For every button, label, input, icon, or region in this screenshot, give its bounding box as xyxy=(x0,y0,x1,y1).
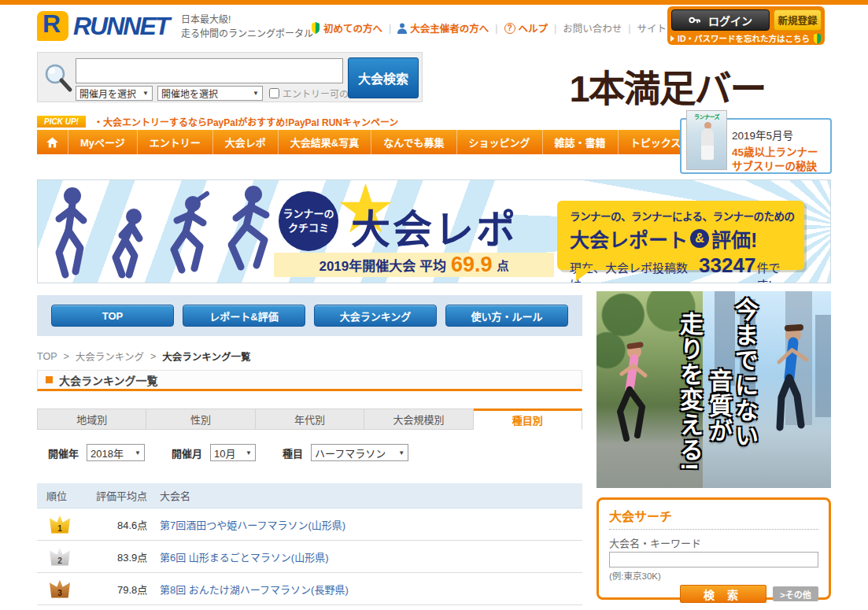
entry-only-checkbox-row: エントリー可のみ xyxy=(269,87,358,100)
entry-only-label: エントリー可のみ xyxy=(283,87,358,100)
widget-other-button[interactable]: >その他 xyxy=(773,586,818,601)
tab-top[interactable]: TOP xyxy=(51,305,174,327)
breadcrumb-current: 大会ランキング一覧 xyxy=(162,349,250,364)
keyword-input[interactable] xyxy=(609,552,818,567)
silver-crown-icon: 2 xyxy=(50,548,70,566)
chevron-down-icon: ▼ xyxy=(253,90,259,97)
score-value: 83.9点 xyxy=(87,549,160,564)
nav-recruit[interactable]: なんでも募集 xyxy=(371,130,456,154)
month-select[interactable]: 開催月を選択▼ xyxy=(76,86,153,101)
entry-only-checkbox[interactable] xyxy=(269,88,279,98)
forgot-password-link[interactable]: ID・パスワードを忘れた方はこちら xyxy=(667,32,825,44)
race-search-input[interactable] xyxy=(76,58,343,83)
signup-button[interactable]: 新規登録 xyxy=(774,9,822,31)
pickup-badge: PICK UP! xyxy=(37,116,86,128)
tab-by-region[interactable]: 地域別 xyxy=(37,409,146,430)
chevron-down-icon: ▼ xyxy=(142,90,149,97)
tab-by-age[interactable]: 年代別 xyxy=(256,409,364,430)
nav-shopping[interactable]: ショッピング xyxy=(457,130,543,154)
taikai-search-widget: 大会サーチ 大会名・キーワード (例:東京30K) 検 索 >その他 xyxy=(597,497,831,600)
person-icon xyxy=(397,23,407,34)
col-rank: 順位 xyxy=(37,488,87,503)
tab-race-ranking[interactable]: 大会ランキング xyxy=(314,305,437,327)
event-select[interactable]: ハーフマラソン▼ xyxy=(311,444,408,461)
nav-magazines[interactable]: 雑誌・書籍 xyxy=(543,130,619,154)
taikai-repo-hero-banner[interactable]: ランナーの クチコミ ★ 大会レポ 2019年開催大会 平均 69.9 点 ラン… xyxy=(37,179,831,283)
breadcrumb-separator: > xyxy=(150,351,156,362)
keyword-label: 大会名・キーワード xyxy=(609,535,818,550)
breadcrumb-top[interactable]: TOP xyxy=(37,351,57,362)
magazine-promo[interactable]: ランナーズ 2019年5月号 45歳以上ランナー サブスリーの秘訣 xyxy=(680,118,832,174)
year-label: 開催年 xyxy=(48,445,79,460)
login-button[interactable]: ログイン xyxy=(671,9,770,31)
runnet-logo[interactable]: R RUNNET xyxy=(37,11,168,41)
gold-crown-icon: 1 xyxy=(50,516,70,534)
table-row: 2 83.9点 第6回 山形まるごとマラソン(山形県) xyxy=(37,541,582,573)
tab-by-event[interactable]: 種目別 xyxy=(474,409,582,430)
race-link[interactable]: 第8回 おんたけ湖ハーフマラソン(長野県) xyxy=(160,582,582,597)
runnet-page: R RUNNET 日本最大級! 走る仲間のランニングポータル 初めての方へ | … xyxy=(0,0,868,610)
magazine-cover: ランナーズ xyxy=(686,110,727,170)
header-links: 初めての方へ | 大会主催者の方へ | ? ヘルプ | お問い合わせ | サイト… xyxy=(311,20,696,35)
table-row: 3 79.8点 第8回 おんたけ湖ハーフマラソン(長野県) xyxy=(37,573,582,605)
repo-section-tabs: TOP レポート&評価 大会ランキング 使い方・ルール xyxy=(37,295,582,336)
cover-runner-figure xyxy=(701,128,714,160)
link-contact[interactable]: お問い合わせ xyxy=(563,20,622,35)
pickup-link[interactable]: ・大会エントリーするならPayPalがおすすめ!PayPal RUNキャンペーン xyxy=(94,115,398,128)
top-orange-strip xyxy=(0,0,868,5)
home-icon xyxy=(46,137,58,148)
nav-race-repo[interactable]: 大会レポ xyxy=(213,130,279,154)
tab-by-scale[interactable]: 大会規模別 xyxy=(364,409,473,430)
score-value: 84.6点 xyxy=(87,517,160,532)
tab-by-gender[interactable]: 性別 xyxy=(146,409,255,430)
race-search-panel: 開催月を選択▼ 開催地を選択▼ エントリー可のみ 大会検索 xyxy=(37,52,423,102)
ranking-table: 順位 評価平均点 大会名 1 84.6点 第7回酒田つや姫ハーフマラソン(山形県… xyxy=(37,483,582,605)
female-runner-figure xyxy=(603,335,666,468)
magazine-feature-link[interactable]: 45歳以上ランナー サブスリーの秘訣 xyxy=(732,146,818,173)
place-select[interactable]: 開催地を選択▼ xyxy=(157,86,263,101)
chevron-down-icon: ▼ xyxy=(246,449,252,457)
hero-speech-bubble: ランナーの、ランナーによる、ランナーのための 大会レポート & 評価! 現在、大… xyxy=(557,201,804,270)
link-help[interactable]: ? ヘルプ xyxy=(504,20,549,35)
beginner-mark-icon xyxy=(311,22,320,34)
race-link[interactable]: 第7回酒田つや姫ハーフマラソン(山形県) xyxy=(160,517,582,532)
runner-silhouettes xyxy=(47,183,307,281)
breadcrumb-ranking[interactable]: 大会ランキング xyxy=(76,349,144,364)
nav-entry[interactable]: エントリー xyxy=(138,130,213,154)
search-icon xyxy=(42,62,74,94)
earphone-ad-banner[interactable]: 今までにない 音質が 走りを変える! xyxy=(597,291,831,488)
table-row: 1 84.6点 第7回酒田つや姫ハーフマラソン(山形県) xyxy=(37,508,582,541)
taikai-repo-logo: 大会レポ xyxy=(351,198,518,254)
widget-search-button[interactable]: 検 索 xyxy=(680,585,766,603)
male-runner-figure xyxy=(758,319,829,468)
col-name: 大会名 xyxy=(160,488,582,503)
month-filter-select[interactable]: 10月▼ xyxy=(210,444,256,461)
link-beginners[interactable]: 初めての方へ xyxy=(311,20,382,35)
nav-results-photos[interactable]: 大会結果&写真 xyxy=(279,130,371,154)
page-title: 大会ランキング一覧 xyxy=(59,372,158,388)
nav-home[interactable] xyxy=(37,130,68,154)
year-select[interactable]: 2018年▼ xyxy=(87,444,145,461)
widget-title: 大会サーチ xyxy=(609,506,818,530)
tab-how-to-rules[interactable]: 使い方・ルール xyxy=(445,305,568,327)
race-link[interactable]: 第6回 山形まるごとマラソン(山形県) xyxy=(160,549,582,564)
magazine-issue: 2019年5月号 xyxy=(732,127,818,142)
col-score: 評価平均点 xyxy=(87,488,160,503)
breadcrumb: TOP > 大会ランキング > 大会ランキング一覧 xyxy=(37,349,250,364)
race-search-button[interactable]: 大会検索 xyxy=(348,57,419,98)
page-title-bar: 大会ランキング一覧 xyxy=(37,370,582,391)
average-score-strip: 2019年開催大会 平均 69.9 点 xyxy=(274,253,554,277)
link-organizers[interactable]: 大会主催者の方へ xyxy=(397,20,489,35)
tab-report-rating[interactable]: レポート&評価 xyxy=(183,305,305,327)
ranking-table-header: 順位 評価平均点 大会名 xyxy=(37,483,582,508)
site-tagline: 日本最大級! 走る仲間のランニングポータル xyxy=(181,13,313,41)
divider: | xyxy=(495,23,497,34)
orange-square-icon xyxy=(46,376,53,383)
key-icon xyxy=(689,14,700,26)
pickup-bar: PICK UP! ・大会エントリーするならPayPalがおすすめ!PayPal … xyxy=(37,114,398,128)
ad-banner-text[interactable]: 1本満足バー xyxy=(526,58,809,113)
chevron-down-icon: ▼ xyxy=(398,449,404,457)
beginner-mark-icon xyxy=(813,33,822,44)
magazine-text: 2019年5月号 45歳以上ランナー サブスリーの秘訣 xyxy=(732,127,818,173)
nav-mypage[interactable]: Myページ xyxy=(68,130,138,154)
